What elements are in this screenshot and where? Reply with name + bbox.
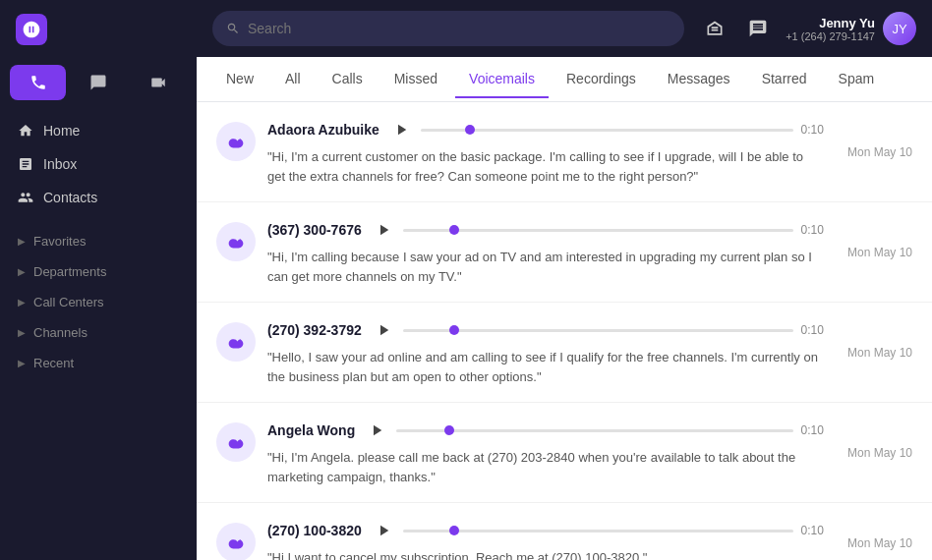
- voicemail-item[interactable]: (270) 100-3820 0:10 "Hi I want to cancel…: [197, 503, 932, 560]
- vm-caller-name: (270) 100-3820: [267, 523, 362, 538]
- user-info[interactable]: Jenny Yu +1 (264) 279-1147 JY: [786, 12, 916, 45]
- play-button[interactable]: [372, 318, 395, 342]
- vm-player: 0:10: [365, 419, 824, 442]
- vm-avatar: [216, 322, 256, 362]
- vm-player: 0:10: [372, 519, 824, 542]
- tab-all[interactable]: All: [271, 61, 315, 98]
- sidebar: Home Inbox Contacts ▶ Favorites ▶ Depart…: [0, 0, 197, 560]
- vm-date: Mon May 10: [847, 145, 912, 159]
- avatar: JY: [883, 12, 916, 45]
- search-icon: [226, 22, 240, 35]
- vm-message: "Hi I want to cancel my subscription. Re…: [267, 548, 824, 560]
- sidebar-tab-group: [0, 59, 197, 106]
- nav-home-label: Home: [43, 123, 80, 139]
- tab-recordings[interactable]: Recordings: [553, 61, 650, 98]
- vm-message: "Hi, I'm Angela. please call me back at …: [267, 448, 824, 486]
- app-logo: [16, 14, 47, 45]
- search-bar[interactable]: [212, 11, 684, 46]
- vm-avatar: [216, 222, 256, 261]
- recent-label: Recent: [33, 356, 74, 370]
- voicemail-icon: [225, 331, 247, 353]
- favorites-label: Favorites: [33, 234, 86, 249]
- vm-header: (270) 100-3820 0:10: [267, 519, 824, 542]
- chat-icon[interactable]: [742, 13, 774, 44]
- user-phone: +1 (264) 279-1147: [786, 30, 875, 42]
- progress-dot: [465, 125, 475, 135]
- voicemail-icon: [225, 131, 247, 152]
- sidebar-nav: Home Inbox Contacts: [0, 106, 197, 222]
- channels-label: Channels: [33, 325, 87, 340]
- sidebar-item-recent[interactable]: ▶ Recent: [0, 348, 197, 378]
- tab-voicemails[interactable]: Voicemails: [455, 61, 549, 98]
- progress-bar[interactable]: [403, 329, 793, 332]
- sidebar-item-call-centers[interactable]: ▶ Call Centers: [0, 287, 197, 317]
- progress-bar[interactable]: [403, 229, 793, 232]
- progress-dot: [449, 325, 459, 335]
- chevron-right-icon: ▶: [18, 297, 26, 308]
- vm-date: Mon May 10: [847, 536, 912, 550]
- vm-duration: 0:10: [801, 223, 824, 237]
- tab-missed[interactable]: Missed: [380, 61, 451, 98]
- tab-video[interactable]: [131, 65, 187, 100]
- tab-starred[interactable]: Starred: [748, 61, 821, 98]
- sidebar-item-contacts[interactable]: Contacts: [0, 181, 197, 214]
- vm-duration: 0:10: [801, 123, 824, 137]
- sidebar-item-channels[interactable]: ▶ Channels: [0, 317, 197, 348]
- progress-dot: [449, 526, 459, 535]
- voicemail-icon: [225, 431, 247, 453]
- play-button[interactable]: [372, 519, 395, 542]
- sidebar-item-departments[interactable]: ▶ Departments: [0, 256, 197, 287]
- vm-caller-name: (270) 392-3792: [267, 322, 362, 338]
- vm-duration: 0:10: [801, 423, 824, 437]
- tab-messages[interactable]: Messages: [654, 61, 744, 98]
- voicemail-icon: [225, 532, 247, 553]
- voicemail-item[interactable]: Adaora Azubuike 0:10 "Hi, I'm a current …: [197, 102, 932, 202]
- notification-icon[interactable]: [699, 13, 730, 44]
- tab-chat[interactable]: [70, 65, 126, 100]
- progress-dot: [449, 225, 459, 235]
- vm-message: "Hi, I'm calling because I saw your ad o…: [267, 248, 824, 286]
- chevron-right-icon: ▶: [18, 327, 26, 338]
- user-name: Jenny Yu: [786, 16, 875, 30]
- sidebar-item-inbox[interactable]: Inbox: [0, 147, 197, 181]
- progress-bar[interactable]: [396, 429, 792, 432]
- voicemail-item[interactable]: (367) 300-7676 0:10 "Hi, I'm calling bec…: [197, 202, 932, 303]
- vm-content: (367) 300-7676 0:10 "Hi, I'm calling bec…: [267, 218, 824, 286]
- vm-content: Angela Wong 0:10 "Hi, I'm Angela. please…: [267, 419, 824, 486]
- chevron-right-icon: ▶: [18, 266, 26, 277]
- vm-header: Angela Wong 0:10: [267, 419, 824, 442]
- voicemail-item[interactable]: (270) 392-3792 0:10 "Hello, I saw your a…: [197, 303, 932, 403]
- vm-date: Mon May 10: [847, 446, 912, 460]
- vm-avatar: [216, 422, 256, 462]
- vm-content: Adaora Azubuike 0:10 "Hi, I'm a current …: [267, 118, 824, 186]
- progress-bar[interactable]: [421, 129, 793, 132]
- logo: [0, 0, 197, 59]
- vm-message: "Hi, I'm a current customer on the basic…: [267, 147, 824, 186]
- vm-player: 0:10: [389, 118, 824, 141]
- vm-avatar: [216, 122, 256, 161]
- vm-player: 0:10: [372, 218, 824, 242]
- chevron-right-icon: ▶: [18, 236, 26, 247]
- header-right: Jenny Yu +1 (264) 279-1147 JY: [699, 12, 916, 45]
- user-text: Jenny Yu +1 (264) 279-1147: [786, 16, 875, 42]
- vm-caller-name: (367) 300-7676: [267, 222, 362, 238]
- tab-calls[interactable]: Calls: [319, 61, 377, 98]
- progress-bar[interactable]: [403, 530, 793, 532]
- vm-header: (270) 392-3792 0:10: [267, 318, 824, 342]
- vm-content: (270) 100-3820 0:10 "Hi I want to cancel…: [267, 519, 824, 560]
- voicemail-item[interactable]: Angela Wong 0:10 "Hi, I'm Angela. please…: [197, 403, 932, 503]
- sidebar-item-home[interactable]: Home: [0, 114, 197, 147]
- voicemail-icon: [225, 231, 247, 252]
- vm-avatar: [216, 523, 256, 560]
- tabs-bar: New All Calls Missed Voicemails Recordin…: [197, 57, 932, 102]
- sidebar-item-favorites[interactable]: ▶ Favorites: [0, 226, 197, 256]
- search-input[interactable]: [248, 21, 670, 36]
- vm-duration: 0:10: [801, 524, 824, 537]
- tab-spam[interactable]: Spam: [825, 61, 889, 98]
- call-centers-label: Call Centers: [33, 295, 104, 309]
- play-button[interactable]: [365, 419, 388, 442]
- play-button[interactable]: [389, 118, 413, 141]
- play-button[interactable]: [372, 218, 395, 242]
- tab-new[interactable]: New: [212, 61, 267, 98]
- tab-phone[interactable]: [10, 65, 66, 100]
